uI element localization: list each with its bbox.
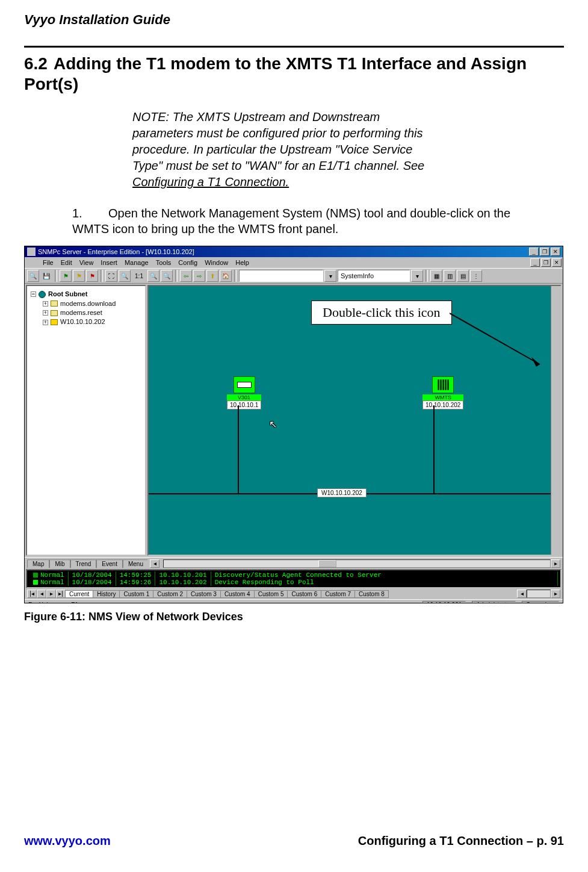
mib-select[interactable]	[338, 270, 410, 282]
tab-trend[interactable]: Trend	[70, 559, 97, 568]
event-tab-c2[interactable]: Custom 2	[153, 590, 187, 598]
menu-file[interactable]: File	[43, 259, 54, 266]
device-wmts[interactable]: WMTS 10.10.10.202	[422, 376, 463, 410]
address-input[interactable]	[239, 270, 323, 282]
maximize-button[interactable]: ❐	[540, 248, 549, 256]
forward-icon[interactable]: ⇨	[193, 270, 205, 282]
note-block: NOTE: The XMTS Upstream and Downstream p…	[132, 109, 426, 190]
map-canvas[interactable]: Double-click this icon V301 10.10.10.1	[147, 285, 562, 556]
tree-root-label: Root Subnet	[48, 290, 87, 299]
tree-item-reset[interactable]: + modems.reset	[43, 308, 141, 317]
up-icon[interactable]: ⬆	[206, 270, 218, 282]
footer-link[interactable]: www.vyyo.com	[24, 834, 111, 848]
collapse-icon[interactable]: −	[31, 291, 36, 297]
event-tab-history[interactable]: History	[93, 590, 120, 598]
topology-line	[238, 405, 239, 493]
folder-icon	[51, 310, 58, 316]
zoom-out-icon[interactable]: 🔍	[161, 270, 173, 282]
mib-dropdown-icon[interactable]: ▾	[411, 270, 423, 282]
figure-caption: Figure 6-11: NMS View of Network Devices	[24, 611, 564, 623]
event-row[interactable]: Normal 10/18/2004 14:59:26 10.10.10.202 …	[29, 579, 558, 586]
tab-menu[interactable]: Menu	[123, 559, 149, 568]
layout4-icon[interactable]: ⋮	[470, 270, 482, 282]
status-bar: For Help, press F1 10.10.10.201 Administ…	[25, 599, 563, 603]
zoom-label: 1:1	[132, 270, 146, 282]
scroll-right-button[interactable]: ▸	[551, 559, 560, 568]
flag-red-icon[interactable]: ⚑	[86, 270, 98, 282]
horizontal-scrollbar[interactable]	[163, 559, 551, 568]
save-icon[interactable]: 💾	[40, 270, 52, 282]
menu-window[interactable]: Window	[205, 259, 228, 266]
event-time: 14:59:26	[116, 579, 156, 586]
event-tab-c5[interactable]: Custom 5	[254, 590, 288, 598]
expand-icon[interactable]: +	[43, 320, 48, 325]
event-tab-c7[interactable]: Custom 7	[321, 590, 355, 598]
layout3-icon[interactable]: ▤	[457, 270, 469, 282]
child-minimize-button[interactable]: _	[530, 258, 540, 267]
child-close-button[interactable]: ✕	[552, 258, 562, 267]
tab-prev-button[interactable]: ◂	[37, 590, 46, 598]
back-icon[interactable]: ⇦	[180, 270, 192, 282]
home-icon[interactable]: 🏠	[220, 270, 232, 282]
event-log[interactable]: Normal 10/18/2004 14:59:25 10.10.10.201 …	[26, 569, 562, 588]
menu-view[interactable]: View	[79, 259, 94, 266]
menu-help[interactable]: Help	[235, 259, 249, 266]
tab-next-button[interactable]: ▸	[46, 590, 56, 598]
tree-item-label: modems.download	[60, 299, 116, 308]
event-tab-c4[interactable]: Custom 4	[220, 590, 255, 598]
event-tab-c1[interactable]: Custom 1	[119, 590, 153, 598]
vertical-scrollbar[interactable]	[551, 286, 560, 555]
step-number: 1.	[72, 205, 108, 221]
scroll-left-button[interactable]: ◂	[150, 559, 159, 568]
zoom-reset-icon[interactable]: 🔍	[119, 270, 131, 282]
minimize-button[interactable]: _	[529, 248, 539, 256]
page-footer: www.vyyo.com Configuring a T1 Connection…	[24, 834, 564, 848]
note-text: NOTE: The XMTS Upstream and Downstream p…	[132, 110, 424, 172]
window-titlebar: SNMPc Server - Enterprise Edition - [W10…	[25, 246, 563, 257]
expand-icon[interactable]: +	[43, 310, 48, 316]
binoculars-icon[interactable]: 🔍	[27, 270, 39, 282]
tab-event[interactable]: Event	[96, 559, 123, 568]
zoom-in-icon[interactable]: 🔍	[147, 270, 159, 282]
flag-yellow-icon[interactable]: ⚑	[73, 270, 85, 282]
page-header: Vyyo Installation Guide	[24, 12, 564, 28]
layout2-icon[interactable]: ▥	[444, 270, 456, 282]
close-button[interactable]: ✕	[551, 248, 560, 256]
tree-pane[interactable]: − Root Subnet + modems.download + modems…	[26, 285, 146, 556]
annotation-arrow	[450, 304, 552, 376]
tab-mib[interactable]: Mib	[49, 559, 70, 568]
event-row[interactable]: Normal 10/18/2004 14:59:25 10.10.10.201 …	[29, 571, 558, 579]
tree-root[interactable]: − Root Subnet	[31, 290, 141, 299]
event-tab-c8[interactable]: Custom 8	[354, 590, 389, 598]
device-v301[interactable]: V301 10.10.10.1	[227, 376, 261, 410]
menu-config[interactable]: Config	[178, 259, 197, 266]
event-tab-current[interactable]: Current	[65, 590, 93, 598]
menu-tools[interactable]: Tools	[156, 259, 172, 266]
menu-insert[interactable]: Insert	[101, 259, 117, 266]
child-maximize-button[interactable]: ❐	[541, 258, 551, 267]
layout1-icon[interactable]: ▦	[430, 270, 442, 282]
event-tab-c3[interactable]: Custom 3	[187, 590, 221, 598]
device-ip: 10.10.10.1	[227, 400, 261, 410]
event-scroll-left[interactable]: ◂	[517, 590, 527, 598]
tab-first-button[interactable]: |◂	[27, 590, 37, 598]
fit-icon[interactable]: ⛶	[105, 270, 117, 282]
app-icon	[27, 248, 36, 256]
event-date: 10/18/2004	[69, 579, 116, 586]
flag-green-icon[interactable]: ⚑	[60, 270, 72, 282]
menu-manage[interactable]: Manage	[125, 259, 149, 266]
event-scroll-right[interactable]: ▸	[551, 590, 560, 598]
event-tabs: |◂ ◂ ▸ ▸| Current History Custom 1 Custo…	[25, 588, 563, 599]
tree-item-download[interactable]: + modems.download	[43, 299, 141, 308]
annotation-callout: Double-click this icon	[311, 301, 452, 325]
tab-map[interactable]: Map	[27, 559, 49, 568]
expand-icon[interactable]: +	[43, 301, 48, 307]
event-tab-c6[interactable]: Custom 6	[287, 590, 321, 598]
menu-edit[interactable]: Edit	[61, 259, 72, 266]
tree-item-wmts[interactable]: + W10.10.10.202	[43, 317, 141, 326]
event-hscroll[interactable]	[527, 590, 551, 598]
step-text: Open the Network Management System (NMS)…	[72, 207, 510, 235]
tab-last-button[interactable]: ▸|	[56, 590, 66, 598]
status-help: For Help, press F1	[28, 602, 78, 603]
address-dropdown-icon[interactable]: ▾	[324, 270, 336, 282]
